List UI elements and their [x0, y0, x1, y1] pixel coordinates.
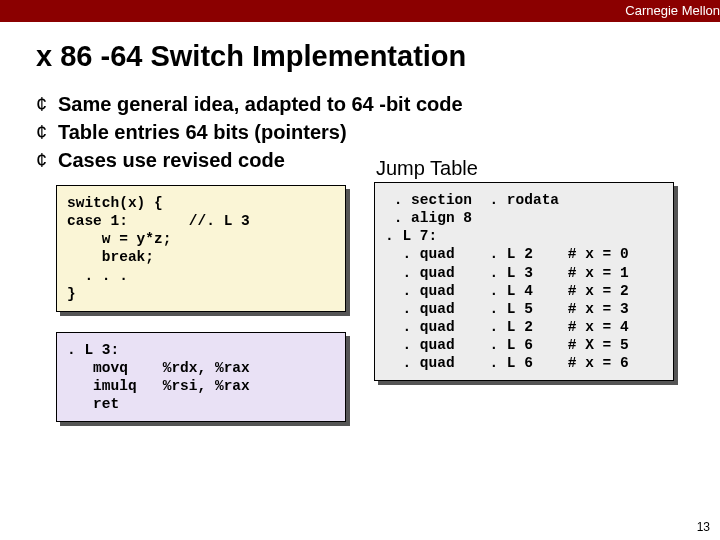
code-box-asm: . L 3: movq %rdx, %rax imulq %rsi, %rax …: [56, 332, 346, 423]
page-number: 13: [697, 520, 710, 534]
bullet-text: Table entries 64 bits (pointers): [58, 119, 347, 145]
right-column: Jump Table . section . rodata . align 8 …: [374, 157, 674, 381]
left-column: switch(x) { case 1: //. L 3 w = y*z; bre…: [56, 185, 346, 422]
header-bar: Carnegie Mellon: [0, 0, 720, 22]
bullet-icon: ¢: [36, 119, 58, 145]
bullet-item: ¢ Table entries 64 bits (pointers): [36, 119, 720, 145]
bullet-text: Same general idea, adapted to 64 -bit co…: [58, 91, 463, 117]
bullet-icon: ¢: [36, 147, 58, 173]
brand-text: Carnegie Mellon: [625, 3, 720, 18]
slide-title: x 86 -64 Switch Implementation: [0, 22, 720, 91]
code-asm: . L 3: movq %rdx, %rax imulq %rsi, %rax …: [56, 332, 346, 423]
content-row: switch(x) { case 1: //. L 3 w = y*z; bre…: [0, 185, 720, 422]
code-switch: switch(x) { case 1: //. L 3 w = y*z; bre…: [56, 185, 346, 312]
jump-table-label: Jump Table: [374, 157, 674, 180]
code-box-jump: . section . rodata . align 8 . L 7: . qu…: [374, 182, 674, 381]
bullet-icon: ¢: [36, 91, 58, 117]
code-jump: . section . rodata . align 8 . L 7: . qu…: [374, 182, 674, 381]
code-box-switch: switch(x) { case 1: //. L 3 w = y*z; bre…: [56, 185, 346, 312]
bullet-item: ¢ Same general idea, adapted to 64 -bit …: [36, 91, 720, 117]
bullet-text: Cases use revised code: [58, 147, 285, 173]
